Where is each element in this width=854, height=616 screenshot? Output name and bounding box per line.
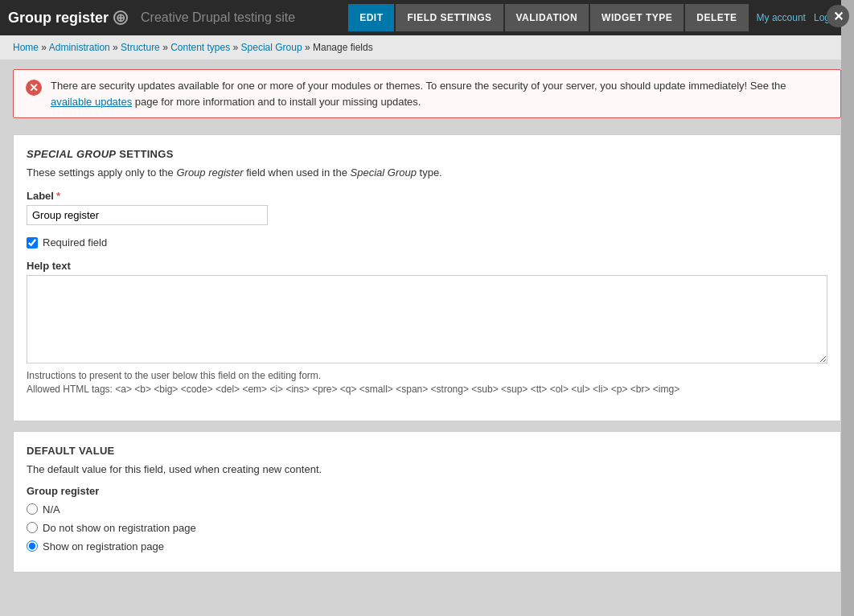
alert-icon: ✕ bbox=[25, 79, 43, 97]
top-bar: Group register ⊕ Creative Drupal testing… bbox=[0, 0, 854, 35]
radio-do-not-show-label: Do not show on registration page bbox=[43, 522, 196, 534]
breadcrumb-structure[interactable]: Structure bbox=[121, 42, 160, 53]
label-field-label: Label* bbox=[27, 190, 827, 202]
label-input[interactable] bbox=[27, 205, 268, 225]
tab-validation[interactable]: VALIDATION bbox=[505, 4, 589, 31]
default-field-group-title: Group register bbox=[27, 485, 827, 497]
site-name: Creative Drupal testing site bbox=[141, 10, 295, 25]
radio-show-label: Show on registration page bbox=[43, 540, 164, 552]
default-value-panel: DEFAULT VALUE The default value for this… bbox=[13, 431, 841, 573]
add-icon[interactable]: ⊕ bbox=[113, 10, 128, 25]
tab-widget-type[interactable]: WIDGET TYPE bbox=[590, 4, 684, 31]
alert-message: There are security updates available for… bbox=[51, 78, 829, 109]
page-title: Group register ⊕ bbox=[8, 10, 128, 27]
tab-field-settings[interactable]: FIELD SETTINGS bbox=[396, 4, 503, 31]
available-updates-link[interactable]: available updates bbox=[51, 96, 132, 108]
required-star: * bbox=[56, 190, 60, 202]
required-field-label: Required field bbox=[43, 236, 107, 248]
title-text: Group register bbox=[8, 10, 109, 27]
svg-text:✕: ✕ bbox=[29, 81, 39, 94]
radio-do-not-show[interactable] bbox=[27, 522, 38, 533]
security-alert: ✕ There are security updates available f… bbox=[13, 69, 841, 118]
breadcrumb-special-group[interactable]: Special Group bbox=[241, 42, 302, 53]
required-field-checkbox[interactable] bbox=[27, 237, 38, 248]
label-field-item: Label* bbox=[27, 190, 827, 225]
help-text-input[interactable] bbox=[27, 275, 827, 363]
settings-description: These settings apply only to the Group r… bbox=[27, 166, 827, 179]
breadcrumb: Home » Administration » Structure » Cont… bbox=[0, 35, 854, 60]
radio-na-label: N/A bbox=[43, 503, 60, 515]
breadcrumb-home[interactable]: Home bbox=[13, 42, 39, 53]
main-content: SPECIAL GROUP SETTINGS These settings ap… bbox=[0, 128, 854, 585]
breadcrumb-manage-fields: Manage fields bbox=[313, 42, 373, 53]
radio-show[interactable] bbox=[27, 540, 38, 552]
default-value-title: DEFAULT VALUE bbox=[27, 445, 827, 457]
breadcrumb-content-types[interactable]: Content types bbox=[170, 42, 230, 53]
radio-do-not-show-row: Do not show on registration page bbox=[27, 522, 827, 534]
breadcrumb-administration[interactable]: Administration bbox=[49, 42, 110, 53]
radio-show-row: Show on registration page bbox=[27, 540, 827, 552]
tab-edit[interactable]: EDIT bbox=[348, 4, 394, 31]
settings-title: SPECIAL GROUP SETTINGS bbox=[27, 148, 827, 160]
my-account-link[interactable]: My account bbox=[757, 12, 806, 23]
scrollbar[interactable] bbox=[841, 0, 854, 585]
tab-bar: EDIT FIELD SETTINGS VALIDATION WIDGET TY… bbox=[348, 4, 748, 31]
radio-na-row: N/A bbox=[27, 503, 827, 515]
default-value-description: The default value for this field, used w… bbox=[27, 463, 827, 475]
settings-panel: SPECIAL GROUP SETTINGS These settings ap… bbox=[13, 134, 841, 421]
help-text-hint: Instructions to present to the user belo… bbox=[27, 369, 827, 396]
radio-na[interactable] bbox=[27, 503, 38, 515]
help-text-label: Help text bbox=[27, 260, 827, 272]
tab-delete[interactable]: DELETE bbox=[685, 4, 748, 31]
close-button[interactable]: ✕ bbox=[827, 5, 849, 27]
help-text-item: Help text Instructions to present to the… bbox=[27, 260, 827, 396]
required-field-row: Required field bbox=[27, 236, 827, 248]
